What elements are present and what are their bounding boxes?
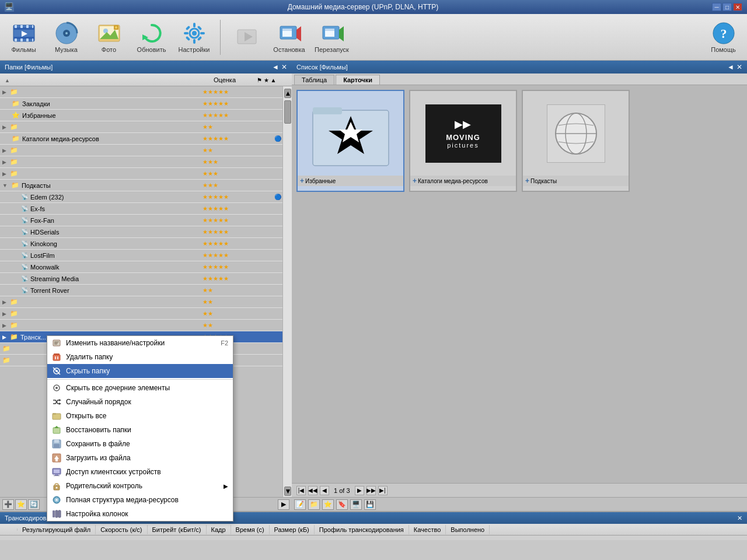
right-tool-1[interactable]: 📝: [294, 499, 306, 510]
tree-row[interactable]: ▶ 📁 ★★★★★: [0, 308, 282, 320]
tree-row[interactable]: ▶ 📁 ★★★★★: [0, 168, 282, 180]
scrollbar-thumb[interactable]: [284, 100, 291, 124]
right-tool-2[interactable]: 📁: [308, 499, 320, 510]
ctx-save[interactable]: Сохранить в файле: [47, 437, 233, 451]
tree-row[interactable]: ▼ 📁 Подкасты ★★★★★: [0, 180, 282, 191]
settings-icon: [183, 22, 206, 45]
vertical-scrollbar[interactable]: ▲ ▼: [282, 86, 292, 497]
music-button[interactable]: Музыка: [47, 17, 85, 58]
refresh-button[interactable]: Обновить: [132, 17, 170, 58]
expand-icon[interactable]: ▶: [2, 323, 6, 328]
ctx-load[interactable]: Загрузить из файла: [47, 451, 233, 465]
card-add-icon[interactable]: +: [525, 177, 529, 185]
card-catalogs[interactable]: ▶▶ MOVING pictures + Каталоги медиа-ресу…: [409, 90, 517, 192]
expand-icon[interactable]: ▶: [2, 148, 6, 153]
tree-row[interactable]: 📡 Ex-fs ★★★★★: [0, 203, 282, 215]
tree-row[interactable]: ▶ 📁 ★★★★★: [0, 121, 282, 133]
tree-row[interactable]: 📁 Каталоги медиа-ресурсов ★★★★★ 🔵: [0, 133, 282, 145]
restart-button[interactable]: Перезапуск: [313, 17, 351, 58]
ctx-client-access[interactable]: Доступ клиентских устройств: [47, 465, 233, 479]
tree-row[interactable]: 📡 Fox-Fan ★★★★★: [0, 215, 282, 226]
expand-icon[interactable]: ▶: [2, 124, 6, 130]
right-tool-5[interactable]: 🖥️: [350, 499, 362, 510]
ctx-full-structure[interactable]: Полная структура медиа-ресурсов: [47, 493, 233, 507]
panel-close-button[interactable]: ✕: [281, 63, 287, 71]
expand-icon[interactable]: ▶: [2, 89, 6, 95]
tree-row[interactable]: 📡 Moonwalk ★★★★★: [0, 261, 282, 273]
minimize-button[interactable]: ─: [712, 3, 721, 11]
right-tool-4[interactable]: 🔖: [336, 499, 348, 510]
page-last[interactable]: ▶|: [378, 486, 388, 495]
expand-icon[interactable]: ▶: [2, 171, 6, 177]
tree-row[interactable]: ▶ 📁 ★★★★★: [0, 145, 282, 156]
expand-icon[interactable]: ▶: [2, 299, 6, 305]
ctx-columns[interactable]: Настройка колонок: [47, 507, 233, 521]
close-button[interactable]: ✕: [733, 3, 742, 11]
svg-rect-37: [282, 29, 292, 31]
ctx-delete[interactable]: Удалить папку: [47, 350, 233, 364]
page-prev[interactable]: ◀: [320, 486, 329, 495]
left-tool-arrow[interactable]: ▶: [278, 499, 289, 510]
tree-row[interactable]: 📡 Edem (232) ★★★★★ 🔵: [0, 191, 282, 203]
tree-row[interactable]: 📡 Torrent Rover ★★★★★: [0, 285, 282, 296]
tree-row[interactable]: 📁 Закладки ★★★★★: [0, 98, 282, 110]
panel-pin-button[interactable]: ◄: [272, 63, 279, 71]
right-pin-button[interactable]: ◄: [727, 63, 734, 71]
card-add-icon[interactable]: +: [300, 177, 304, 185]
tree-row[interactable]: 📡 LostFilm ★★★★★: [0, 250, 282, 261]
page-first[interactable]: |◀: [296, 486, 306, 495]
ctx-hide[interactable]: Скрыть папку: [47, 364, 233, 378]
page-next-next[interactable]: ▶▶: [366, 486, 376, 495]
ctx-rename-icon: [52, 338, 61, 348]
expand-icon[interactable]: ▼: [2, 183, 8, 188]
card-favorites[interactable]: + Избранные: [296, 90, 404, 192]
bottom-pin[interactable]: ✕: [737, 514, 742, 522]
tree-row[interactable]: 📡 Streaming Media ★★★★★: [0, 273, 282, 285]
ctx-random-icon: [52, 397, 61, 407]
expand-icon[interactable]: ▶: [2, 159, 6, 165]
tree-row[interactable]: 📡 Kinokong ★★★★★: [0, 238, 282, 250]
tree-row[interactable]: ▶ 📁 ★★★★★: [0, 320, 282, 331]
ctx-random[interactable]: Случайный порядок: [47, 395, 233, 409]
expand-icon[interactable]: ▶: [2, 334, 6, 340]
tab-table[interactable]: Таблица: [294, 75, 334, 85]
card-podcasts[interactable]: + Подкасты: [522, 90, 630, 192]
right-close-button[interactable]: ✕: [736, 63, 742, 71]
ctx-parental[interactable]: Родительский контроль ▶: [47, 479, 233, 493]
col-name[interactable]: ▲: [0, 75, 193, 85]
page-next[interactable]: ▶: [355, 486, 364, 495]
col-icons: ⚑ ★ ▲: [257, 76, 292, 84]
page-prev-prev[interactable]: ◀◀: [308, 486, 317, 495]
ctx-open-all[interactable]: Открыть все: [47, 409, 233, 423]
left-tool-star[interactable]: ⭐: [15, 499, 27, 510]
expand-icon[interactable]: ▶: [2, 311, 6, 317]
row-label: Edem (232): [30, 194, 64, 201]
ctx-hide-children[interactable]: Скрыть все дочерние элементы: [47, 381, 233, 395]
col-rating[interactable]: Оценка: [193, 75, 257, 85]
row-rating: ★★★★★: [183, 310, 247, 317]
right-tool-6[interactable]: 💾: [364, 499, 376, 510]
help-button[interactable]: ? Помощь: [704, 17, 742, 58]
tree-row[interactable]: ▶ 📁 ★★★★★: [0, 86, 282, 98]
rss-icon: 📡: [21, 229, 28, 235]
tree-row[interactable]: ▶ 📁 ★★★★★: [0, 296, 282, 308]
card-add-icon[interactable]: +: [413, 177, 417, 185]
right-tool-3[interactable]: ⭐: [322, 499, 334, 510]
photo-button[interactable]: Фото: [90, 17, 128, 58]
maximize-button[interactable]: □: [722, 3, 732, 11]
moving-pictures-img: ▶▶ MOVING pictures: [425, 104, 501, 163]
stop-button[interactable]: Остановка: [270, 17, 308, 58]
tree-row[interactable]: ⭐ Избранные ★★★★★: [0, 110, 282, 121]
films-button[interactable]: Фильмы: [5, 17, 43, 58]
tab-cards[interactable]: Карточки: [336, 75, 380, 85]
settings-button[interactable]: Настройки: [175, 17, 213, 58]
scrollbar-up-arrow[interactable]: ▲: [284, 89, 291, 98]
tree-row[interactable]: ▶ 📁 ★★★★★: [0, 156, 282, 168]
ctx-rename[interactable]: Изменить название/настройки F2: [47, 336, 233, 350]
ctx-load-icon: [52, 453, 61, 463]
left-tool-refresh[interactable]: 🔄: [28, 499, 40, 510]
left-tool-add[interactable]: ➕: [2, 499, 14, 510]
tree-row[interactable]: 📡 HDSerials ★★★★★: [0, 226, 282, 238]
scrollbar-down-arrow[interactable]: ▼: [284, 487, 291, 496]
ctx-restore[interactable]: Восстановить папки: [47, 423, 233, 437]
